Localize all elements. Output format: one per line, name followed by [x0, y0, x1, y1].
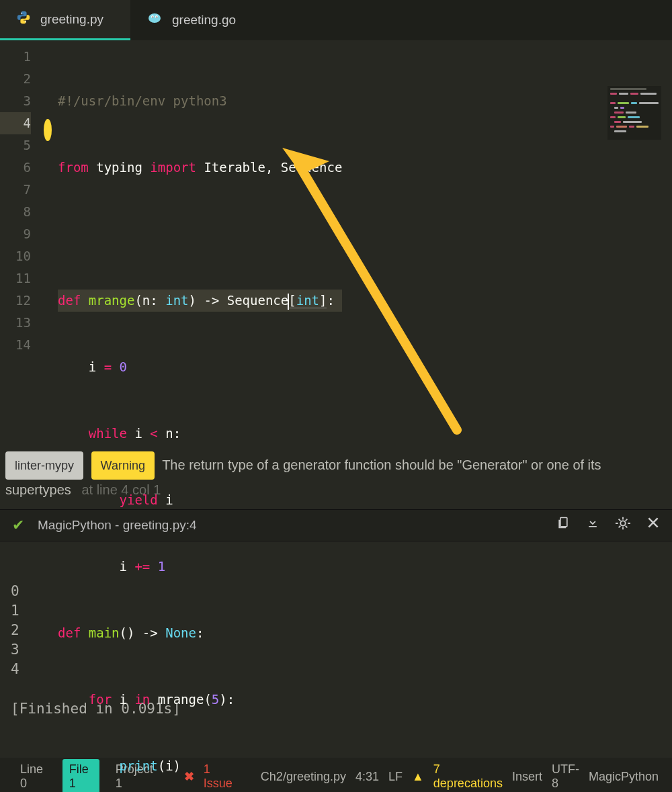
lint-dot-icon[interactable] [44, 119, 52, 141]
status-cursor[interactable]: 4:31 [355, 770, 379, 784]
minimap[interactable] [607, 86, 661, 140]
tab-greeting-go[interactable]: greeting.go [130, 0, 263, 40]
line-number: 9 [0, 223, 31, 245]
status-deprecations[interactable]: 7 deprecations [433, 762, 503, 791]
svg-point-2 [149, 13, 161, 23]
svg-point-1 [25, 21, 26, 22]
warning-triangle-icon: ▲ [412, 770, 424, 784]
line-number: 7 [0, 179, 31, 201]
python-icon [16, 10, 31, 29]
tab-greeting-py[interactable]: greeting.py [0, 0, 130, 40]
tab-label: greeting.py [40, 12, 103, 27]
go-icon [146, 11, 163, 29]
line-number: 1 [0, 46, 31, 68]
check-icon: ✔ [12, 517, 24, 534]
status-encoding[interactable]: UTF-8 [552, 762, 579, 791]
svg-point-5 [153, 16, 154, 17]
code-area[interactable]: #!/usr/bin/env python3 from typing impor… [58, 40, 342, 437]
svg-rect-8 [560, 518, 567, 527]
status-grammar[interactable]: MagicPython [589, 770, 659, 784]
close-icon[interactable] [646, 516, 660, 535]
svg-point-0 [21, 12, 22, 13]
line-number: 10 [0, 245, 31, 267]
line-number: 4 [0, 112, 31, 134]
debug-icon[interactable] [616, 516, 630, 535]
line-number: 14 [0, 334, 31, 356]
line-number: 6 [0, 157, 31, 179]
tab-bar: greeting.py greeting.go [0, 0, 672, 40]
code-editor[interactable]: 1 2 3 4 5 6 7 8 9 10 11 12 13 14 #!/usr/… [0, 40, 672, 437]
line-number: 12 [0, 290, 31, 312]
svg-point-6 [157, 16, 158, 17]
line-number: 2 [0, 68, 31, 90]
line-gutter: 1 2 3 4 5 6 7 8 9 10 11 12 13 14 [0, 40, 38, 437]
line-number: 13 [0, 312, 31, 334]
line-number: 5 [0, 134, 31, 157]
copy-icon[interactable] [556, 516, 570, 535]
line-number: 3 [0, 90, 31, 112]
line-number: 11 [0, 267, 31, 290]
tab-label: greeting.go [172, 13, 236, 28]
svg-rect-9 [589, 526, 597, 527]
svg-point-10 [620, 521, 625, 525]
line-number: 8 [0, 201, 31, 223]
status-eol[interactable]: LF [388, 770, 403, 784]
status-line[interactable]: Line 0 [13, 759, 53, 792]
status-insert[interactable]: Insert [512, 770, 542, 784]
marker-column [38, 40, 58, 437]
download-icon[interactable] [586, 516, 599, 535]
